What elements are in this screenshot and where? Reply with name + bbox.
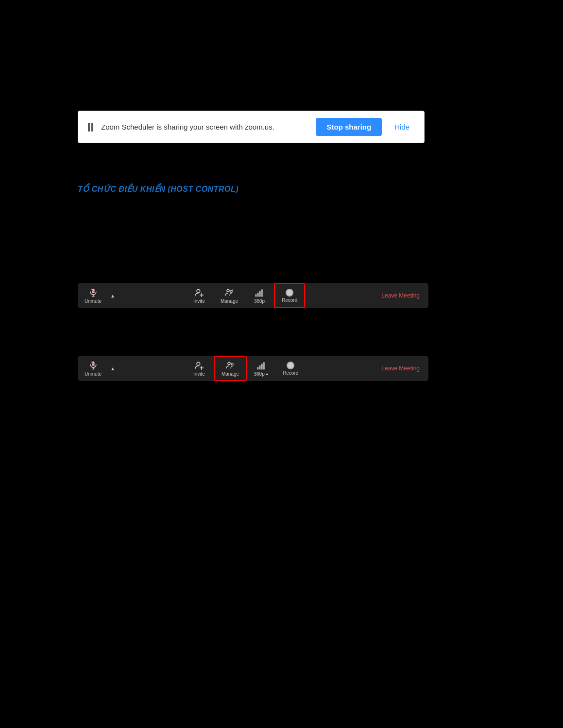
record-label-2: Record: [283, 370, 298, 376]
svg-text:2: 2: [232, 288, 233, 291]
invite-icon: [194, 288, 204, 298]
svg-rect-24: [259, 365, 261, 369]
leave-meeting-button-2[interactable]: Leave Meeting: [373, 356, 428, 381]
hide-button[interactable]: Hide: [390, 120, 414, 134]
unmute-chevron-2[interactable]: ▲: [108, 356, 117, 381]
invite-button-2[interactable]: Invite: [185, 356, 214, 381]
sharing-bar-text: Zoom Scheduler is sharing your screen wi…: [101, 123, 308, 131]
unmute-button[interactable]: Unmute: [78, 283, 108, 308]
record-button-2[interactable]: Record: [276, 356, 305, 381]
quality-button-2[interactable]: 360p ▲: [247, 356, 276, 381]
svg-point-18: [197, 362, 200, 365]
svg-point-21: [228, 362, 230, 364]
quality-label: 360p: [254, 298, 265, 304]
svg-rect-23: [257, 367, 259, 369]
unmute-chevron[interactable]: ▲: [108, 283, 117, 308]
manage-label: Manage: [221, 298, 238, 304]
manage-button[interactable]: 2 Manage: [214, 283, 245, 308]
pause-icon: [88, 123, 93, 132]
quality-chevron: ▲: [265, 372, 269, 376]
invite-label: Invite: [193, 298, 205, 304]
manage-button-2[interactable]: Manage: [214, 356, 247, 381]
record-label: Record: [282, 298, 297, 303]
mic-icon-2: [88, 361, 98, 370]
unmute-group-2: Unmute ▲: [78, 356, 117, 381]
toolbar-2: Unmute ▲ Invite Manage 3: [78, 356, 428, 381]
quality-button[interactable]: 360p: [245, 283, 274, 308]
unmute-label: Unmute: [85, 298, 102, 304]
unmute-button-2[interactable]: Unmute: [78, 356, 108, 381]
stop-sharing-button[interactable]: Stop sharing: [316, 118, 382, 136]
quality-icon: [255, 288, 264, 298]
svg-rect-13: [261, 289, 263, 297]
section-title: TỔ CHỨC ĐIỀU KHIỂN (HOST CONTROL): [78, 184, 239, 194]
manage-icon-2: [225, 361, 235, 370]
manage-label-2: Manage: [222, 371, 239, 377]
sharing-bar: Zoom Scheduler is sharing your screen wi…: [78, 111, 425, 143]
svg-point-4: [197, 289, 200, 293]
unmute-group: Unmute ▲: [78, 283, 117, 308]
toolbar-1: Unmute ▲ Invite 2 Manage: [78, 283, 428, 308]
quality-label-2: 360p: [254, 371, 264, 377]
svg-rect-10: [256, 294, 257, 297]
quality-label-wrap-2: 360p ▲: [254, 371, 269, 377]
quality-label-wrap: 360p: [254, 298, 265, 304]
quality-icon-2: [256, 361, 266, 370]
svg-point-22: [231, 363, 233, 365]
record-icon: [286, 289, 293, 297]
invite-label-2: Invite: [193, 371, 205, 377]
invite-button[interactable]: Invite: [185, 283, 214, 308]
svg-rect-11: [257, 293, 259, 297]
svg-rect-25: [261, 364, 263, 369]
unmute-label-2: Unmute: [85, 371, 102, 377]
svg-rect-26: [263, 362, 265, 369]
mic-icon: [88, 288, 98, 298]
invite-icon-2: [194, 361, 204, 370]
manage-icon: 2: [224, 288, 234, 298]
leave-meeting-button[interactable]: Leave Meeting: [373, 283, 428, 308]
record-button[interactable]: Record: [274, 283, 305, 308]
record-icon-2: [287, 362, 294, 369]
svg-point-7: [227, 289, 229, 292]
svg-rect-12: [259, 291, 261, 297]
